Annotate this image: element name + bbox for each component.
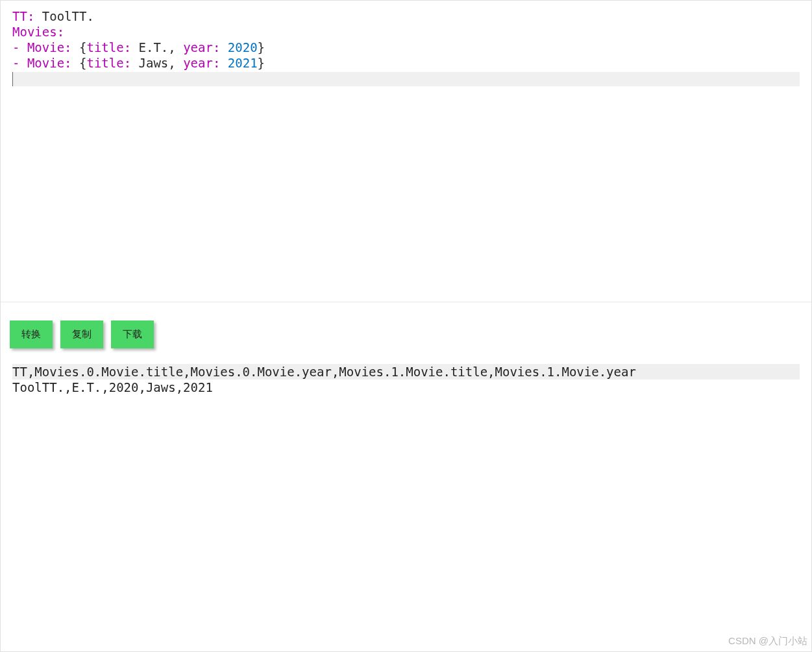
code-token: -: [12, 56, 27, 70]
code-token: Movie:: [27, 40, 72, 54]
code-token: year:: [183, 40, 220, 54]
code-token: -: [12, 40, 27, 54]
download-button[interactable]: 下载: [111, 320, 154, 348]
code-area[interactable]: TT: ToolTT.Movies:- Movie: {title: E.T.,…: [12, 8, 800, 71]
code-token: [72, 40, 79, 54]
code-token: title:: [86, 56, 131, 70]
code-token: Jaws,: [131, 56, 183, 70]
code-token: }: [258, 40, 265, 54]
yaml-editor[interactable]: TT: ToolTT.Movies:- Movie: {title: E.T.,…: [1, 1, 811, 302]
code-token: [220, 40, 227, 54]
code-token: Movie:: [27, 56, 72, 70]
code-token: 2021: [228, 56, 258, 70]
code-line: - Movie: {title: E.T., year: 2020}: [12, 40, 800, 55]
code-line: TT: ToolTT.: [12, 8, 800, 24]
code-token: {: [79, 56, 86, 70]
code-token: title:: [86, 40, 131, 54]
code-token: TT:: [12, 9, 34, 23]
code-line: Movies:: [12, 24, 800, 40]
code-token: Movies:: [12, 25, 64, 39]
convert-button[interactable]: 转换: [10, 320, 53, 348]
output-area[interactable]: TT,Movies.0.Movie.title,Movies.0.Movie.y…: [1, 361, 811, 398]
toolbar: 转换 复制 下载: [1, 302, 811, 361]
code-line: - Movie: {title: Jaws, year: 2021}: [12, 55, 800, 71]
code-token: E.T.,: [131, 40, 183, 54]
output-data-row: ToolTT.,E.T.,2020,Jaws,2021: [12, 380, 800, 395]
code-token: 2020: [228, 40, 258, 54]
code-token: [220, 56, 227, 70]
code-token: [72, 56, 79, 70]
watermark: CSDN @入门小站: [728, 635, 807, 647]
code-token: year:: [183, 56, 220, 70]
code-token: {: [79, 40, 86, 54]
code-token: }: [258, 56, 265, 70]
code-token: ToolTT.: [34, 9, 94, 23]
editor-cursor-line: [12, 72, 800, 86]
copy-button[interactable]: 复制: [60, 320, 103, 348]
output-header-row: TT,Movies.0.Movie.title,Movies.0.Movie.y…: [12, 364, 800, 380]
